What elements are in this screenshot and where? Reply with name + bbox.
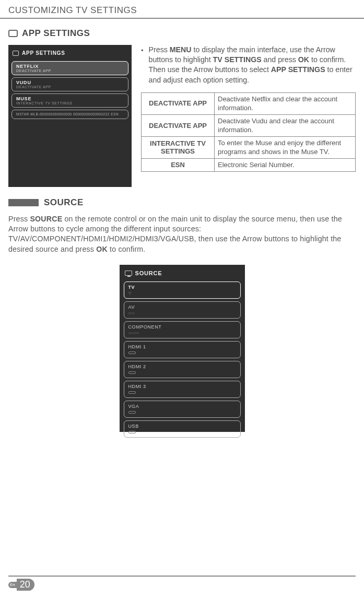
item-title: VUDU — [16, 80, 124, 85]
antenna-icon: ▽ — [128, 291, 131, 295]
t: OK — [96, 245, 108, 253]
screenshot-title: APP SETTINGS — [22, 50, 65, 56]
page-number: 20 — [17, 579, 34, 591]
source-heading: SOURCE — [8, 197, 356, 208]
vga-icon — [128, 411, 136, 414]
opt-key: ESN — [142, 158, 215, 171]
monitor-icon — [125, 271, 132, 276]
t: Press — [8, 215, 30, 223]
page-footer: En 20 — [8, 576, 356, 591]
app-settings-screenshot: APP SETTINGS NETFLIX DEACTIVATE APP VUDU… — [8, 45, 132, 187]
source-screenshot-wrap: SOURCE TV ▽ AV ○○○ COMPONENT ○○○○○ HDMI … — [8, 265, 356, 432]
opt-val: Deactivate Netflix and clear the account… — [215, 92, 356, 114]
source-screenshot: SOURCE TV ▽ AV ○○○ COMPONENT ○○○○○ HDMI … — [120, 265, 245, 432]
rca-icon: ○○○ — [128, 311, 135, 315]
source-item-hdmi2: HDMI 2 — [124, 361, 241, 378]
instruction-text: Press MENU to display the main interface… — [149, 45, 356, 85]
tv-icon — [8, 30, 18, 37]
esn-text: MSTAR-MLB-000000000000000 00000000000000… — [16, 112, 124, 116]
t: OK — [298, 55, 309, 64]
t: and press — [262, 55, 298, 64]
source-item-hdmi1: HDMI 1 — [124, 341, 241, 358]
item-label: HDMI 3 — [128, 384, 236, 389]
screenshot-header: APP SETTINGS — [13, 50, 128, 56]
options-table: DEACTIVATE APP Deactivate Netflix and cl… — [141, 92, 356, 172]
item-label: TV — [128, 285, 236, 290]
section-title: SOURCE — [44, 197, 84, 208]
page-number-pill: En 20 — [8, 579, 34, 591]
item-sub: INTERACTIVE TV SETTINGS — [16, 101, 124, 105]
source-item-hdmi3: HDMI 3 — [124, 381, 241, 398]
source-item-av: AV ○○○ — [124, 301, 241, 319]
t: TV SETTINGS — [213, 55, 262, 64]
page-header: CUSTOMIZING TV SETTINGS — [0, 2, 364, 19]
item-sub: DEACTIVATE APP — [16, 69, 124, 73]
hdmi-icon — [128, 371, 136, 374]
app-settings-heading: APP SETTINGS — [8, 28, 356, 39]
item-title: MUSE — [16, 96, 124, 101]
opt-key: INTERACTIVE TV SETTINGS — [142, 136, 215, 158]
t: MENU — [170, 45, 192, 54]
lang-tag: En — [8, 582, 17, 588]
table-row: DEACTIVATE APP Deactivate Netflix and cl… — [142, 92, 356, 114]
item-label: HDMI 1 — [128, 344, 236, 349]
screenshot-title: SOURCE — [135, 270, 162, 276]
usb-icon — [128, 431, 136, 433]
menu-item-vudu: VUDU DEACTIVATE APP — [11, 77, 128, 91]
instruction-bullet: • Press MENU to display the main interfa… — [141, 45, 356, 85]
source-paragraph: Press SOURCE on the remote control or on… — [8, 214, 356, 254]
menu-item-muse: MUSE INTERACTIVE TV SETTINGS — [11, 93, 128, 108]
item-sub: DEACTIVATE APP — [16, 85, 124, 89]
tv-icon — [13, 51, 19, 56]
t: Press — [149, 45, 170, 54]
t: to confirm. — [108, 245, 146, 253]
source-item-component: COMPONENT ○○○○○ — [124, 321, 241, 338]
item-label: VGA — [128, 404, 236, 409]
opt-key: DEACTIVATE APP — [142, 92, 215, 114]
section-title: APP SETTINGS — [22, 28, 90, 39]
screenshot-header: SOURCE — [125, 270, 241, 276]
table-row: DEACTIVATE APP Deactivate Vudu and clear… — [142, 114, 356, 136]
opt-val: To enter the Muse and enjoy the differen… — [215, 136, 356, 158]
item-label: COMPONENT — [128, 324, 236, 330]
menu-item-netflix: NETFLIX DEACTIVATE APP — [11, 61, 128, 75]
bar-icon — [8, 199, 39, 206]
hdmi-icon — [128, 351, 136, 354]
t: SOURCE — [30, 215, 62, 223]
item-label: AV — [128, 304, 236, 310]
source-item-vga: VGA — [124, 401, 241, 418]
app-settings-row: APP SETTINGS NETFLIX DEACTIVATE APP VUDU… — [8, 45, 356, 187]
item-title: NETFLIX — [16, 64, 124, 69]
source-item-tv: TV ▽ — [124, 282, 241, 299]
item-label: HDMI 2 — [128, 364, 236, 369]
menu-item-esn: MSTAR-MLB-000000000000000 00000000000000… — [11, 110, 128, 119]
opt-val: Deactivate Vudu and clear the account in… — [215, 114, 356, 136]
source-item-usb: USB — [124, 420, 241, 438]
component-icon: ○○○○○ — [128, 331, 139, 335]
hdmi-icon — [128, 391, 136, 394]
table-row: ESN Electronic Serial Number. — [142, 158, 356, 171]
t: APP SETTINGS — [271, 65, 325, 74]
item-label: USB — [128, 424, 236, 429]
bullet-icon: • — [141, 46, 144, 85]
table-row: INTERACTIVE TV SETTINGS To enter the Mus… — [142, 136, 356, 158]
instruction-column: • Press MENU to display the main interfa… — [141, 45, 356, 172]
opt-key: DEACTIVATE APP — [142, 114, 215, 136]
opt-val: Electronic Serial Number. — [215, 158, 356, 171]
